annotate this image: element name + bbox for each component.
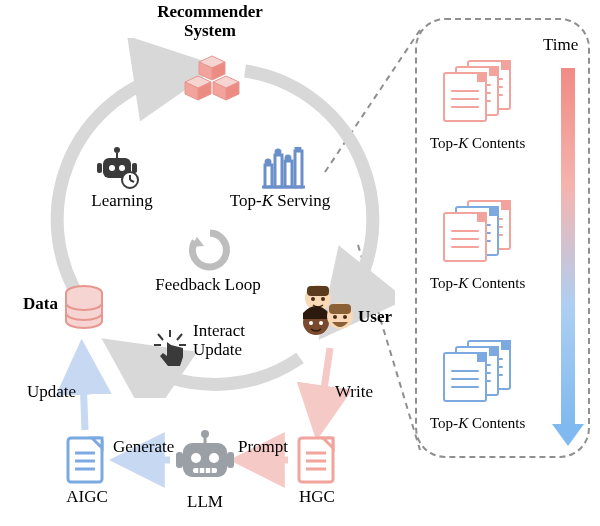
aigc-label: AIGC (62, 488, 112, 507)
llm-icon (175, 428, 235, 490)
topk2-k: K (458, 275, 468, 291)
docstack-early (435, 60, 515, 130)
generate-label: Generate (113, 438, 174, 457)
topk1-suffix: Contents (468, 135, 525, 151)
prompt-label: Prompt (238, 438, 288, 457)
topk-label-3: Top-K Contents (430, 415, 525, 432)
topk3-k: K (458, 415, 468, 431)
docstack-late (435, 340, 515, 410)
topk2-suffix: Contents (468, 275, 525, 291)
topk-label-2: Top-K Contents (430, 275, 525, 292)
write-label: Write (335, 383, 373, 402)
llm-label: LLM (175, 493, 235, 512)
hgc-label: HGC (296, 488, 338, 507)
svg-rect-55 (176, 452, 183, 468)
svg-point-57 (191, 453, 201, 463)
time-arrow (557, 68, 579, 446)
svg-point-58 (209, 453, 219, 463)
svg-point-52 (201, 430, 209, 438)
aigc-doc-icon (65, 435, 107, 485)
hgc-doc-icon (296, 435, 338, 485)
topk1-k: K (458, 135, 468, 151)
time-label: Time (543, 36, 578, 55)
update-label: Update (27, 383, 76, 402)
topk3-suffix: Contents (468, 415, 525, 431)
topk-label-1: Top-K Contents (430, 135, 525, 152)
docstack-mid (435, 200, 515, 270)
svg-rect-56 (227, 452, 234, 468)
